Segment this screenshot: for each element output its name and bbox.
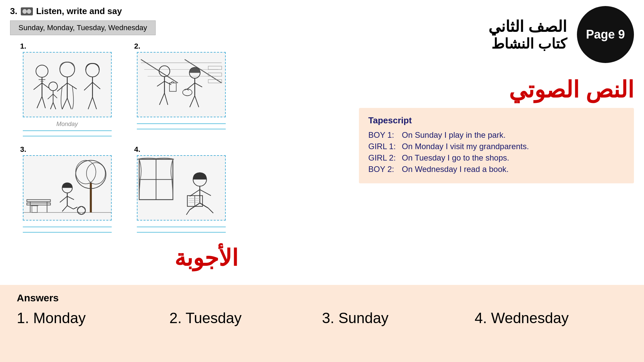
illustration-3 — [23, 156, 111, 220]
image-lines-2 — [137, 120, 226, 131]
svg-rect-27 — [138, 53, 225, 117]
tapescript-box: Tapescript BOY 1: On Sunday I play in th… — [359, 108, 634, 183]
audio-title-arabic: النص الصوتي — [509, 76, 634, 103]
tapescript-line-4: BOY 2: On Wednesday I read a book. — [368, 165, 625, 174]
answer-item-2: 2. Tuesday — [169, 310, 322, 326]
image-lines-4 — [137, 223, 226, 235]
tapescript-text-1: On Sunday I play in the park. — [402, 130, 506, 140]
arabic-titles: الصف الثاني كتاب النشاط — [488, 17, 567, 52]
illustration-4 — [138, 156, 225, 220]
page-circle: Page 9 — [577, 6, 634, 63]
image-frame-3 — [23, 155, 112, 221]
tapescript-text-3: On Tuesday I go to the shops. — [402, 153, 509, 163]
tapescript-line-2: GIRL 1: On Monday I visit my grandparent… — [368, 142, 625, 151]
illustration-2 — [138, 53, 225, 117]
image-cell-2: 2. — [134, 42, 228, 138]
image-frame-4 — [137, 155, 226, 221]
exercise-number: 3. — [10, 6, 17, 16]
answers-box: Answers 1. Monday 2. Tuesday 3. Sunday 4… — [0, 285, 644, 362]
ajweba-title: الأجوبة — [94, 245, 238, 271]
image-grid: 1. — [10, 42, 238, 235]
right-section: الصف الثاني كتاب النشاط Page 9 النص الصو… — [238, 6, 634, 183]
svg-rect-72 — [138, 156, 225, 220]
answers-row: 1. Monday 2. Tuesday 3. Sunday 4. Wednes… — [17, 310, 627, 326]
answer-item-1: 1. Monday — [17, 310, 169, 326]
arabic-title-book: كتاب النشاط — [488, 36, 567, 52]
image-frame-1 — [23, 52, 112, 117]
tapescript-line-3: GIRL 2: On Tuesday I go to the shops. — [368, 153, 625, 163]
image-cell-4: 4. — [134, 145, 228, 235]
left-section: 3. Listen, write and say Sunday, Monday,… — [10, 6, 238, 271]
image-lines-1: Monday — [23, 120, 112, 138]
tape-icon — [21, 7, 33, 15]
tapescript-line-1: BOY 1: On Sunday I play in the park. — [368, 130, 625, 140]
exercise-title-text: Listen, write and say — [36, 6, 122, 16]
answer-item-4: 4. Wednesday — [475, 310, 627, 326]
arabic-title-grade: الصف الثاني — [488, 17, 567, 36]
image-lines-3 — [23, 223, 112, 235]
image-frame-2 — [137, 52, 226, 117]
image-number-2: 2. — [134, 42, 140, 51]
answer-item-3: 3. Sunday — [322, 310, 475, 326]
tapescript-title: Tapescript — [368, 115, 625, 126]
exercise-title: 3. Listen, write and say — [10, 6, 238, 16]
page-header-row: الصف الثاني كتاب النشاط Page 9 — [488, 6, 634, 63]
page-header: 3. Listen, write and say Sunday, Monday,… — [0, 0, 644, 271]
word-box: Sunday, Monday, Tuesday, Wednesday — [10, 20, 156, 35]
tapescript-speaker-2: GIRL 1: — [368, 142, 398, 151]
tapescript-speaker-3: GIRL 2: — [368, 153, 398, 163]
image-caption-1: Monday — [23, 121, 112, 128]
image-number-4: 4. — [134, 145, 140, 154]
illustration-1 — [23, 53, 111, 117]
tapescript-text-4: On Wednesday I read a book. — [402, 165, 508, 174]
tapescript-speaker-4: BOY 2: — [368, 165, 398, 174]
image-cell-3: 3. — [20, 145, 114, 235]
tapescript-text-2: On Monday I visit my grandparents. — [402, 142, 529, 151]
image-cell-1: 1. — [20, 42, 114, 138]
answers-title: Answers — [17, 292, 627, 304]
image-number-3: 3. — [20, 145, 26, 154]
ajweba-section: الأجوبة — [10, 245, 238, 271]
tapescript-speaker-1: BOY 1: — [368, 130, 398, 140]
image-number-1: 1. — [20, 42, 26, 51]
